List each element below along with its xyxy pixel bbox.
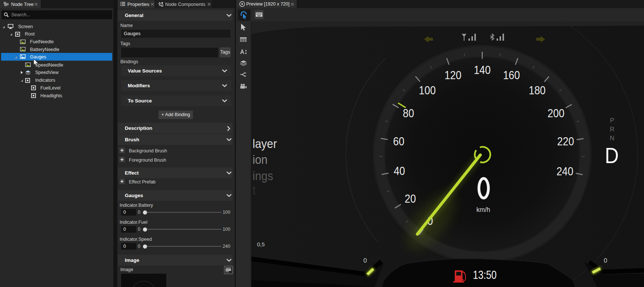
svg-text:t: t [253,183,256,197]
svg-text:km/h: km/h [476,206,490,213]
svg-text:0: 0 [363,257,367,264]
svg-text:0,5: 0,5 [257,241,265,247]
svg-text:60: 60 [393,135,404,148]
svg-text:20: 20 [405,192,416,205]
svg-text:220: 220 [557,135,574,148]
svg-text:100: 100 [419,84,436,97]
svg-text:ion: ion [253,153,267,166]
svg-text:40: 40 [394,165,405,177]
svg-text:layer: layer [253,137,277,151]
svg-text:0: 0 [604,257,607,264]
svg-text:R: R [610,126,614,133]
svg-text:ings: ings [253,169,273,183]
svg-text:140: 140 [474,64,491,76]
svg-text:80: 80 [403,107,414,119]
svg-text:13:50: 13:50 [473,268,497,281]
svg-text:200: 200 [548,107,565,120]
svg-text:180: 180 [529,84,546,97]
svg-text:N: N [610,135,614,142]
svg-text:P: P [610,117,614,124]
svg-text:160: 160 [503,69,520,82]
svg-text:240: 240 [557,165,574,178]
svg-text:D: D [605,144,619,168]
svg-text:120: 120 [444,69,461,81]
